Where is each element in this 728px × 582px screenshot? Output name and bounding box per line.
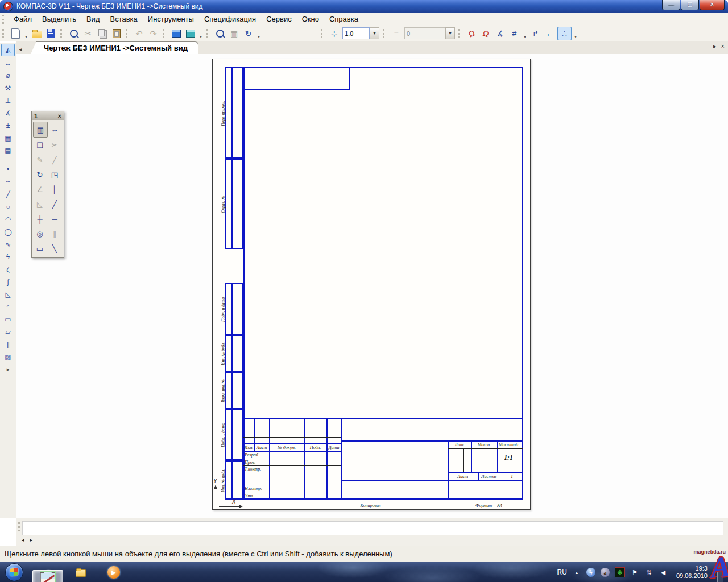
document-manager-button[interactable] [184, 27, 197, 40]
spline-tool-button[interactable]: ʃ [2, 276, 14, 288]
panel-expander[interactable]: ▸ [2, 364, 14, 375]
chamfer-tool-button[interactable]: ◺ [2, 289, 14, 300]
variables-window-button[interactable] [169, 27, 183, 40]
grid-dropdown[interactable] [522, 27, 528, 40]
start-button[interactable] [5, 563, 23, 581]
panel-properties-button[interactable]: ▦ [33, 122, 48, 138]
segment-tool-button[interactable]: ╱ [2, 189, 14, 200]
print-preview-button[interactable] [67, 27, 80, 40]
snap-settings-button[interactable]: Ω [463, 25, 480, 42]
reports-panel-button[interactable]: ▤ [2, 145, 14, 156]
paste-button[interactable] [110, 27, 123, 40]
taskbar-explorer[interactable] [66, 564, 96, 581]
scale-combo[interactable]: 1.0 [342, 28, 379, 39]
parametrization-tool-button[interactable]: ⊥ [2, 95, 14, 106]
hatch-lines-tool-button[interactable]: ∥ [2, 339, 14, 350]
open-button[interactable] [30, 27, 43, 40]
vertical-axis-button[interactable]: ┼ [33, 211, 47, 226]
redo-button[interactable]: ↷ [147, 27, 160, 40]
local-cs-button[interactable]: ↱ [529, 27, 542, 40]
floating-toolbar-panel[interactable]: 1 × ▦↔❏✂✎╱↻◳∠│◺╱┼─◎∥▭╲ [31, 111, 64, 258]
undo-button[interactable]: ↶ [133, 27, 146, 40]
property-field[interactable] [22, 521, 723, 535]
scale-button[interactable]: ◳ [48, 167, 61, 182]
polyline-button[interactable]: ╲ [48, 241, 61, 256]
toolbar-overflow[interactable] [572, 27, 579, 40]
close-button[interactable]: × [700, 0, 725, 10]
tray-globe-icon[interactable]: a [601, 568, 610, 577]
snap-button[interactable]: Ω [478, 25, 494, 41]
layer-combo[interactable]: 0 [404, 28, 455, 39]
arc-tool-button[interactable]: ◠ [2, 214, 14, 225]
cut-button[interactable]: ✂ [81, 27, 94, 40]
tray-leaf-icon[interactable]: ❋ [615, 567, 625, 577]
tab-scroll-left[interactable]: ◂ [16, 44, 25, 54]
editing-tool-button[interactable]: ⚒ [2, 82, 14, 94]
construction-mode-button[interactable]: ▦ [228, 27, 241, 40]
circle-tool-button[interactable]: ○ [2, 201, 14, 213]
linear-dimension-button[interactable]: ↔ [48, 122, 61, 136]
segment-button[interactable]: ╱ [48, 197, 61, 211]
measure-tool-button[interactable]: ∡ [2, 107, 14, 119]
parallel-line-button[interactable]: ∥ [48, 226, 61, 241]
auxiliary-line-tool-button[interactable]: ┄ [2, 176, 14, 188]
zoom-area-button[interactable] [213, 27, 226, 40]
save-button[interactable] [44, 27, 57, 40]
contour-tool-button[interactable]: ▱ [2, 326, 14, 338]
fillet-tool-button[interactable]: ◜ [2, 301, 14, 313]
aux-segment-button[interactable]: ╱ [48, 152, 61, 167]
layer-dropdown[interactable] [445, 27, 455, 39]
menu-specification[interactable]: Спецификация [199, 14, 261, 24]
floating-panel-close-button[interactable]: × [58, 113, 61, 119]
property-scroll-left[interactable]: ◂ [22, 537, 24, 543]
broken-line-tool-button[interactable]: ζ [2, 264, 14, 275]
continuous-input-tool-button[interactable]: ∿ [2, 239, 14, 250]
rotate-button[interactable]: ↻ [33, 167, 47, 182]
menu-tools[interactable]: Инструменты [143, 14, 199, 24]
title-bar[interactable]: КОМПАС-3D V11 - Чертеж БЕЗ ИМЕНИ1 ->Сист… [0, 0, 728, 13]
copy-button[interactable] [96, 27, 109, 40]
menu-view[interactable]: Вид [81, 14, 105, 24]
menu-window[interactable]: Окно [297, 14, 324, 24]
grid-button[interactable]: # [508, 27, 521, 40]
taskbar-media-player[interactable]: ▶ [99, 564, 129, 581]
drawing-canvas[interactable]: Перв. примен. Справ. № Подп. и дата Инв.… [16, 54, 728, 518]
geometry-tool-button[interactable]: ◭ [1, 44, 15, 56]
vertical-segment-button[interactable]: │ [48, 182, 61, 197]
point-tool-button[interactable]: • [2, 164, 14, 175]
panel-separator[interactable] [2, 159, 14, 161]
hidden-icons-button[interactable]: ▴ [572, 568, 581, 577]
copy-object-button[interactable]: ❏ [33, 138, 47, 152]
rebuild-view-button[interactable]: ↻ [242, 27, 255, 40]
menu-insert[interactable]: Вставка [105, 14, 142, 24]
horizontal-axis-button[interactable]: ─ [48, 211, 61, 226]
circle-center-button[interactable]: ◎ [33, 226, 47, 241]
restore-button[interactable]: ◱ [681, 0, 699, 10]
selection-tool-button[interactable]: ± [2, 120, 14, 131]
scale-dropdown[interactable] [370, 27, 379, 39]
tray-lightning-icon[interactable]: ϟ [586, 568, 595, 577]
scale-value[interactable]: 1.0 [342, 27, 370, 39]
rectangle-button[interactable]: ▭ [33, 241, 47, 256]
clock[interactable]: 19:3 09.06.2010 [676, 565, 708, 580]
minimize-button[interactable]: — [662, 0, 680, 10]
roundoff-snap-button[interactable]: ∴ [557, 27, 572, 40]
taskbar-screenshot-app[interactable] [32, 570, 63, 582]
layers-icon[interactable]: ≡ [390, 27, 403, 40]
ellipse-tool-button[interactable]: ◯ [2, 226, 14, 238]
toolbar-overflow[interactable] [197, 27, 204, 40]
hatch-tool-button[interactable]: ▨ [2, 351, 14, 363]
edit-hatch-button[interactable]: ✎ [33, 152, 47, 167]
new-document-dropdown[interactable] [23, 27, 30, 40]
volume-icon[interactable]: ◀ [659, 568, 668, 577]
language-indicator[interactable]: RU [557, 568, 567, 576]
curve-tool-button[interactable]: ϟ [2, 251, 14, 263]
dimensions-tool-button[interactable]: ↔ [2, 57, 14, 69]
rectangle-tool-button[interactable]: ▭ [2, 314, 14, 325]
designations-tool-button[interactable]: ⌀ [2, 70, 14, 81]
angle-line-button[interactable]: ∠ [33, 182, 47, 197]
property-scroll-right[interactable]: ▸ [30, 537, 33, 543]
menu-help[interactable]: Справка [324, 14, 363, 24]
action-center-flag-icon[interactable]: ⚑ [630, 568, 639, 577]
drawing-sheet[interactable]: Перв. примен. Справ. № Подп. и дата Инв.… [212, 59, 531, 510]
